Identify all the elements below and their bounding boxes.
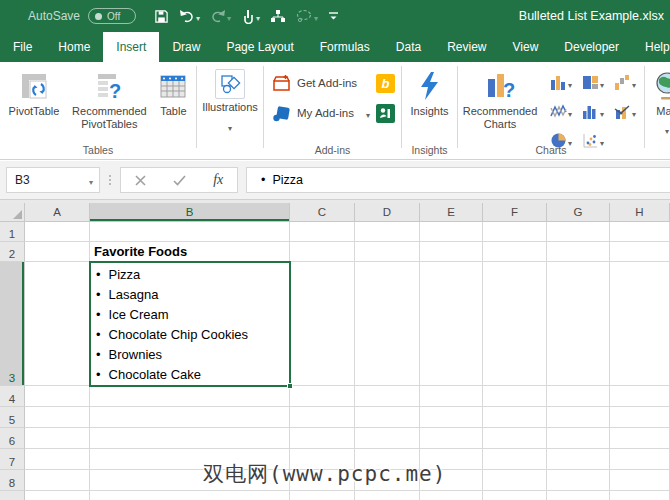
cell-E2[interactable] [420, 242, 483, 262]
map-button[interactable]: Map [653, 66, 670, 159]
cell-F9[interactable] [483, 491, 547, 500]
cell-E4[interactable] [420, 386, 483, 407]
cell-H9[interactable] [610, 491, 670, 500]
cell-F6[interactable] [483, 428, 547, 449]
bing-maps-addin-icon[interactable]: b [376, 74, 395, 93]
row-header-4[interactable]: 4 [0, 386, 25, 407]
cell-F7[interactable] [483, 449, 547, 470]
tab-view[interactable]: View [500, 32, 552, 62]
cell-H3[interactable] [610, 262, 670, 386]
tab-formulas[interactable]: Formulas [307, 32, 383, 62]
cell-H8[interactable] [610, 470, 670, 491]
cell-G3[interactable] [547, 262, 610, 386]
cell-F4[interactable] [483, 386, 547, 407]
column-header-D[interactable]: D [355, 203, 420, 222]
cell-H6[interactable] [610, 428, 670, 449]
cell-G4[interactable] [547, 386, 610, 407]
cell-A2[interactable] [25, 242, 90, 262]
row-header-6[interactable]: 6 [0, 428, 25, 449]
column-header-E[interactable]: E [420, 203, 483, 222]
cell-B9[interactable] [90, 491, 290, 500]
cell-E5[interactable] [420, 407, 483, 428]
autosave-pill[interactable]: Off [88, 8, 136, 24]
insert-combo-chart-button[interactable] [612, 97, 644, 126]
enter-icon[interactable] [173, 175, 186, 186]
cell-G9[interactable] [547, 491, 610, 500]
row-header-5[interactable]: 5 [0, 407, 25, 428]
cancel-icon[interactable] [135, 175, 146, 186]
autosave-toggle[interactable]: AutoSave Off [28, 8, 136, 24]
row-header-9[interactable]: 9 [0, 491, 25, 500]
cell-H5[interactable] [610, 407, 670, 428]
tab-review[interactable]: Review [434, 32, 499, 62]
cell-H7[interactable] [610, 449, 670, 470]
my-addins-button[interactable]: My Add-ins [272, 100, 395, 126]
tab-insert[interactable]: Insert [103, 32, 159, 62]
formula-bar-handle[interactable] [100, 175, 120, 185]
column-header-B[interactable]: B [90, 203, 290, 222]
cell-D6[interactable] [355, 428, 420, 449]
touch-mouse-mode-button[interactable] [237, 4, 264, 28]
cell-C4[interactable] [290, 386, 355, 407]
tab-data[interactable]: Data [383, 32, 434, 62]
cell-F2[interactable] [483, 242, 547, 262]
cell-G6[interactable] [547, 428, 610, 449]
column-header-G[interactable]: G [547, 203, 610, 222]
insert-waterfall-chart-button[interactable] [612, 68, 644, 97]
cell-F3[interactable] [483, 262, 547, 386]
insert-hierarchy-chart-button[interactable] [580, 68, 612, 97]
tab-draw[interactable]: Draw [159, 32, 213, 62]
cell-A9[interactable] [25, 491, 90, 500]
cell-F5[interactable] [483, 407, 547, 428]
cell-B4[interactable] [90, 386, 290, 407]
cell-D2[interactable] [355, 242, 420, 262]
cell-C6[interactable] [290, 428, 355, 449]
cell-A7[interactable] [25, 449, 90, 470]
row-header-1[interactable]: 1 [0, 222, 25, 242]
cell-G2[interactable] [547, 242, 610, 262]
column-header-C[interactable]: C [290, 203, 355, 222]
cell-B1[interactable] [90, 222, 290, 242]
customize-qat-button[interactable] [324, 7, 343, 25]
cell-H1[interactable] [610, 222, 670, 242]
fill-handle[interactable] [287, 383, 293, 389]
cell-E9[interactable] [420, 491, 483, 500]
column-header-H[interactable]: H [610, 203, 670, 222]
smartart-button[interactable] [266, 6, 290, 27]
row-header-3[interactable]: 3 [0, 262, 25, 386]
cell-G5[interactable] [547, 407, 610, 428]
tab-file[interactable]: File [0, 32, 45, 62]
formula-input[interactable]: • Pizza [246, 167, 670, 193]
row-header-8[interactable]: 8 [0, 470, 25, 491]
people-graph-addin-icon[interactable] [376, 104, 395, 123]
tab-page-layout[interactable]: Page Layout [213, 32, 306, 62]
cell-D9[interactable] [355, 491, 420, 500]
cell-C3[interactable] [290, 262, 355, 386]
cell-B3[interactable]: •Pizza•Lasagna•Ice Cream•Chocolate Chip … [90, 262, 290, 386]
cell-D1[interactable] [355, 222, 420, 242]
cell-A6[interactable] [25, 428, 90, 449]
tab-home[interactable]: Home [45, 32, 103, 62]
cell-A4[interactable] [25, 386, 90, 407]
cell-H2[interactable] [610, 242, 670, 262]
cell-C9[interactable] [290, 491, 355, 500]
column-header-F[interactable]: F [483, 203, 547, 222]
cell-C5[interactable] [290, 407, 355, 428]
cell-E1[interactable] [420, 222, 483, 242]
insert-function-icon[interactable]: fx [213, 172, 223, 188]
name-box-caret-icon[interactable] [89, 171, 99, 189]
tab-developer[interactable]: Developer [551, 32, 632, 62]
cell-E3[interactable] [420, 262, 483, 386]
cell-G8[interactable] [547, 470, 610, 491]
insert-column-chart-button[interactable] [548, 68, 580, 97]
row-header-2[interactable]: 2 [0, 242, 25, 262]
touch-mode-caret-icon[interactable] [256, 7, 260, 25]
cell-A5[interactable] [25, 407, 90, 428]
cell-B6[interactable] [90, 428, 290, 449]
save-button[interactable] [150, 6, 173, 27]
cell-D3[interactable] [355, 262, 420, 386]
column-header-A[interactable]: A [25, 203, 90, 222]
row-header-7[interactable]: 7 [0, 449, 25, 470]
cell-C2[interactable] [290, 242, 355, 262]
cell-A8[interactable] [25, 470, 90, 491]
